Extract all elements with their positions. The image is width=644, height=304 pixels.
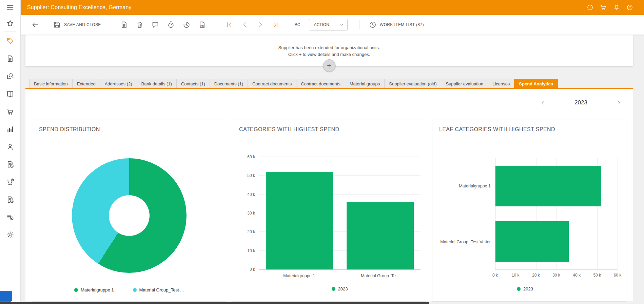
sidebar-item-settings[interactable] bbox=[0, 230, 21, 240]
back-button[interactable] bbox=[30, 19, 41, 31]
info-icon bbox=[587, 4, 593, 11]
notifications-bell-icon bbox=[613, 4, 620, 11]
tab-supplier-evaluation-old[interactable]: Supplier evaluation (old) bbox=[384, 79, 441, 88]
document-button[interactable] bbox=[118, 19, 130, 31]
spend-analytics-panel: 2023 SPEND DISTRIBUTION Materialgruppe 1… bbox=[25, 89, 633, 301]
help-button[interactable] bbox=[626, 3, 634, 12]
sidebar-item-document-signature[interactable] bbox=[0, 54, 21, 64]
action-dropdown[interactable]: ACTION... bbox=[309, 19, 347, 31]
categories-highest-spend-card: CATEGORIES WITH HIGHEST SPEND 0 k10 k20 … bbox=[232, 120, 426, 302]
sidebar-item-person[interactable] bbox=[0, 142, 21, 152]
notice-line-2: Click + to view details and make changes… bbox=[25, 51, 633, 58]
sidebar-item-list-check[interactable] bbox=[0, 212, 21, 222]
pdf-export-button[interactable] bbox=[196, 19, 208, 31]
sidebar-item-search[interactable] bbox=[0, 71, 21, 81]
bar-0 bbox=[495, 166, 601, 206]
legend-dot bbox=[133, 288, 137, 292]
bar-chart-plot: 0 k10 k20 k30 k40 k50 k60 k bbox=[259, 157, 421, 270]
hbar-chart-plot bbox=[495, 158, 618, 270]
hbar-chart-legend: 2023 bbox=[432, 286, 618, 291]
next-page-icon bbox=[256, 21, 265, 29]
x-tick-label: 60 k bbox=[614, 273, 622, 278]
y-tick-label: 0 k bbox=[250, 267, 255, 272]
tag-icon bbox=[6, 37, 14, 45]
document-clock-icon bbox=[6, 196, 14, 204]
sidebar-item-basket-clock[interactable] bbox=[0, 177, 21, 187]
tab-bank-details-1[interactable]: Bank details (1) bbox=[137, 79, 177, 88]
next-year-button[interactable] bbox=[614, 98, 623, 107]
sidebar-item-favorites[interactable] bbox=[0, 18, 21, 28]
previous-record-button[interactable] bbox=[239, 19, 251, 31]
bar-1 bbox=[347, 202, 414, 269]
sidebar-item-document-clock[interactable] bbox=[0, 159, 21, 169]
year-label: 2023 bbox=[574, 99, 587, 106]
clock-icon bbox=[369, 21, 377, 29]
tab-contract-documents[interactable]: Contract documents bbox=[248, 79, 296, 88]
header-cart-button[interactable] bbox=[599, 3, 607, 12]
document-signature-icon bbox=[6, 55, 14, 63]
history-button[interactable] bbox=[181, 19, 192, 31]
bar-1 bbox=[495, 221, 569, 262]
card-title: CATEGORIES WITH HIGHEST SPEND bbox=[239, 126, 419, 133]
category-label: Materialgruppe 1 bbox=[459, 184, 491, 188]
sidebar-item-statistics[interactable] bbox=[0, 124, 21, 134]
document-clock-icon bbox=[6, 160, 14, 168]
card-body: Materialgruppe 1Material Group_Test ... bbox=[32, 139, 226, 301]
info-button[interactable] bbox=[586, 3, 594, 12]
help-icon bbox=[626, 4, 633, 11]
expand-details-button[interactable]: + bbox=[323, 59, 335, 72]
delete-button[interactable] bbox=[134, 19, 145, 31]
sidebar-nav bbox=[0, 36, 21, 240]
tab-basic-information[interactable]: Basic information bbox=[29, 79, 73, 88]
category-label: Materialgruppe 1 bbox=[259, 273, 340, 278]
category-label: Material Group_Test Vetter bbox=[440, 240, 491, 244]
first-record-button[interactable] bbox=[223, 19, 235, 31]
tab-addresses-2[interactable]: Addresses (2) bbox=[100, 79, 137, 88]
x-tick-label: 0 k bbox=[492, 273, 498, 278]
horizontal-scrollbar-thumb[interactable] bbox=[0, 302, 429, 304]
shopping-cart-icon bbox=[6, 107, 14, 116]
save-and-close-button[interactable]: SAVE AND CLOSE bbox=[51, 19, 103, 31]
legend-dot bbox=[332, 287, 335, 291]
sidebar-item-tag[interactable] bbox=[0, 36, 21, 46]
action-dropdown-label: ACTION... bbox=[314, 22, 332, 27]
statistics-bars-icon bbox=[6, 125, 14, 133]
sidebar-divider bbox=[4, 32, 16, 32]
previous-year-button[interactable] bbox=[539, 98, 547, 107]
last-record-button[interactable] bbox=[270, 19, 282, 31]
tab-documents-1[interactable]: Documents (1) bbox=[210, 79, 248, 88]
bottom-left-widget[interactable] bbox=[0, 291, 12, 302]
work-item-list-button[interactable]: WORK ITEM LIST (87) bbox=[367, 19, 426, 31]
catalog-book-icon bbox=[6, 90, 14, 98]
y-tick-label: 10 k bbox=[247, 248, 255, 253]
tab-contacts-1[interactable]: Contacts (1) bbox=[176, 79, 210, 88]
sidebar-item-cart[interactable] bbox=[0, 106, 21, 117]
menu-button[interactable] bbox=[0, 0, 21, 15]
legend-item: Material Group_Test ... bbox=[133, 287, 184, 292]
tab-licenses[interactable]: Licenses bbox=[488, 79, 514, 88]
tab-spend-analytics[interactable]: Spend Analytics bbox=[514, 79, 558, 88]
tab-supplier-evaluation[interactable]: Supplier evaluation bbox=[441, 79, 488, 88]
timer-button[interactable] bbox=[165, 19, 177, 31]
card-header: LEAF CATEGORIES WITH HIGHEST SPEND bbox=[432, 120, 626, 139]
app-header: Supplier: Consulting Excellence, Germany bbox=[21, 0, 644, 15]
notifications-button[interactable] bbox=[612, 3, 621, 12]
sidebar-item-catalog[interactable] bbox=[0, 89, 21, 99]
sidebar-item-document-clock-2[interactable] bbox=[0, 195, 21, 205]
tab-contract-documents[interactable]: Contract documents bbox=[296, 79, 345, 88]
comments-button[interactable] bbox=[150, 19, 161, 31]
search-package-icon bbox=[6, 72, 14, 80]
y-tick-label: 60 k bbox=[247, 155, 255, 159]
toolbar: SAVE AND CLOSE BC ACTION... WORK ITEM LI… bbox=[21, 15, 644, 35]
gridline bbox=[618, 158, 618, 269]
card-title: LEAF CATEGORIES WITH HIGHEST SPEND bbox=[439, 126, 619, 133]
list-check-icon bbox=[6, 213, 14, 221]
tab-material-groups[interactable]: Material groups bbox=[345, 79, 385, 88]
x-tick-label: 40 k bbox=[573, 273, 581, 278]
x-tick-label: 50 k bbox=[593, 273, 601, 278]
last-page-icon bbox=[272, 21, 280, 29]
tab-extended[interactable]: Extended bbox=[72, 79, 100, 88]
bar-chart: 0 k10 k20 k30 k40 k50 k60 k Materialgrup… bbox=[232, 139, 426, 291]
next-record-button[interactable] bbox=[255, 19, 266, 31]
notice-line-1: Supplier has been extended for organizat… bbox=[25, 44, 633, 51]
